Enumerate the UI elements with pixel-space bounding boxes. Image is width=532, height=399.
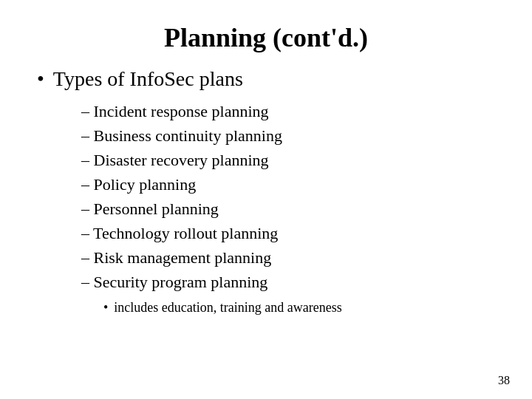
list-item: – Policy planning (81, 172, 495, 197)
list-item: – Personnel planning (81, 197, 495, 221)
sub-sub-items-list: • includes education, training and aware… (103, 299, 495, 317)
slide: Planning (cont'd.) • Types of InfoSec pl… (0, 0, 532, 399)
list-item: – Risk management planning (81, 245, 495, 270)
list-item: – Incident response planning (81, 99, 495, 123)
list-item: – Security program planning (81, 270, 495, 294)
main-bullet: • Types of InfoSec plans (37, 66, 495, 92)
sub-sub-item-text: includes education, training and awarene… (114, 299, 341, 317)
list-item: – Technology rollout planning (81, 221, 495, 245)
list-item: • includes education, training and aware… (103, 299, 495, 317)
slide-title: Planning (cont'd.) (37, 22, 495, 53)
sub-items-list: – Incident response planning – Business … (81, 99, 495, 294)
list-item: – Disaster recovery planning (81, 148, 495, 172)
main-bullet-text: Types of InfoSec plans (53, 66, 243, 92)
sub-sub-bullet-dot: • (103, 299, 108, 317)
page-number: 38 (498, 374, 510, 387)
list-item: – Business continuity planning (81, 123, 495, 148)
bullet-dot: • (37, 66, 44, 92)
